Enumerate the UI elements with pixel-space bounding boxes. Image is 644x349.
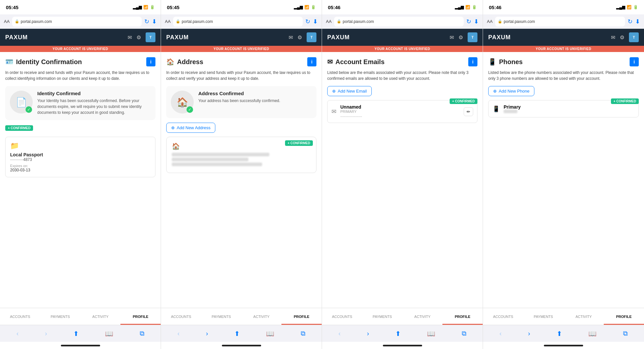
- download-btn-1[interactable]: ⬇: [152, 18, 157, 25]
- url-bar-4[interactable]: 🔒 portal.paxum.com: [495, 17, 625, 26]
- tab-accounts-1[interactable]: ACCOUNTS: [0, 308, 40, 325]
- tab-accounts-4[interactable]: ACCOUNTS: [483, 308, 523, 325]
- mail-icon-2[interactable]: ✉: [289, 34, 293, 41]
- back-btn-3[interactable]: ‹: [336, 328, 343, 339]
- bottom-tabs-2: ACCOUNTS PAYMENTS ACTIVITY PROFILE: [161, 308, 322, 325]
- add-phone-icon: ⊕: [493, 89, 497, 94]
- forward-btn-2[interactable]: ›: [204, 328, 210, 339]
- add-email-btn[interactable]: ⊕ Add New Email: [327, 86, 372, 96]
- tab-accounts-3[interactable]: ACCOUNTS: [322, 308, 362, 325]
- reload-btn-2[interactable]: ↻: [305, 18, 310, 25]
- download-btn-2[interactable]: ⬇: [313, 18, 318, 25]
- book-btn-2[interactable]: 📖: [264, 328, 276, 340]
- tab-activity-2[interactable]: ACTIVITY: [241, 308, 282, 325]
- settings-icon-1[interactable]: ⚙: [136, 34, 141, 41]
- aa-text-3: AA: [326, 19, 331, 24]
- info-btn-3[interactable]: i: [468, 57, 477, 66]
- info-btn-4[interactable]: i: [630, 57, 639, 66]
- tab-activity-1[interactable]: ACTIVITY: [80, 308, 121, 325]
- battery-icon-2: 🔋: [311, 5, 316, 9]
- tabs-btn-4[interactable]: ⧉: [621, 328, 630, 339]
- tab-payments-4[interactable]: PAYMENTS: [523, 308, 564, 325]
- tab-payments-1[interactable]: PAYMENTS: [40, 308, 80, 325]
- share-btn-3[interactable]: ⬆: [393, 328, 403, 340]
- back-btn-1[interactable]: ‹: [14, 328, 21, 339]
- title-row-4: 📱 Phones i: [488, 57, 639, 66]
- tab-activity-4[interactable]: ACTIVITY: [564, 308, 604, 325]
- page-content-identity: 🪪 Identity Confirmation i In order to re…: [0, 52, 161, 308]
- tab-accounts-2[interactable]: ACCOUNTS: [161, 308, 201, 325]
- phones-desc: Listed below are the phone numbers assoc…: [488, 70, 639, 81]
- identity-icon: 🪪: [5, 58, 13, 66]
- tabs-btn-3[interactable]: ⧉: [460, 328, 468, 339]
- mail-icon-3[interactable]: ✉: [450, 34, 454, 41]
- status-icons-2: ▂▄▆ 📶 🔋: [294, 5, 316, 9]
- confirmed-badge-4: + CONFIRMED: [611, 98, 639, 104]
- battery-icon-1: 🔋: [150, 5, 155, 9]
- email-edit-btn[interactable]: ✏: [464, 107, 473, 116]
- browser-nav-1: ‹ › ⬆ 📖 ⧉: [0, 325, 161, 342]
- book-btn-1[interactable]: 📖: [103, 328, 115, 340]
- address-bar-1: AA 🔒 portal.paxum.com ↻ ⬇: [0, 14, 161, 29]
- mail-icon-1[interactable]: ✉: [128, 34, 132, 41]
- doc-expiry: 2030-03-13: [10, 168, 151, 172]
- browser-nav-4: ‹ › ⬆ 📖 ⧉: [483, 325, 644, 342]
- settings-icon-2[interactable]: ⚙: [297, 34, 302, 41]
- reload-btn-4[interactable]: ↻: [628, 18, 633, 25]
- phone-card-wrap: + CONFIRMED 📱 Primary: [488, 100, 639, 117]
- lock-icon-1: 🔒: [15, 19, 19, 24]
- signal-icon-1: ▂▄▆: [133, 5, 142, 9]
- url-bar-2[interactable]: 🔒 portal.paxum.com: [173, 17, 303, 26]
- info-btn-2[interactable]: i: [307, 57, 316, 66]
- tabs-btn-1[interactable]: ⧉: [138, 328, 146, 339]
- tab-payments-3[interactable]: PAYMENTS: [362, 308, 402, 325]
- avatar-3[interactable]: T: [468, 32, 477, 42]
- book-btn-3[interactable]: 📖: [425, 328, 437, 340]
- url-bar-3[interactable]: 🔒 portal.paxum.com: [334, 17, 464, 26]
- book-btn-4[interactable]: 📖: [586, 328, 599, 340]
- page-title-emails: ✉ Account Emails: [327, 58, 385, 66]
- tab-profile-2[interactable]: PROFILE: [281, 308, 322, 325]
- address-bar-2: AA 🔒 portal.paxum.com ↻ ⬇: [161, 14, 322, 29]
- tab-profile-4[interactable]: PROFILE: [604, 308, 644, 325]
- forward-btn-4[interactable]: ›: [526, 328, 532, 339]
- share-btn-2[interactable]: ⬆: [232, 328, 242, 340]
- reload-btn-3[interactable]: ↻: [466, 18, 471, 25]
- back-btn-2[interactable]: ‹: [175, 328, 182, 339]
- forward-btn-3[interactable]: ›: [365, 328, 371, 339]
- confirmed-check-2: ✓: [187, 106, 193, 113]
- reload-btn-1[interactable]: ↻: [144, 18, 149, 25]
- url-bar-1[interactable]: 🔒 portal.paxum.com: [12, 17, 142, 26]
- avatar-1[interactable]: T: [146, 32, 155, 42]
- emails-desc: Listed below are the emails associated w…: [327, 70, 477, 81]
- home-bar-3: [383, 345, 422, 346]
- share-btn-1[interactable]: ⬆: [71, 328, 81, 340]
- phones-page-icon: 📱: [488, 58, 496, 66]
- download-btn-3[interactable]: ⬇: [474, 18, 479, 25]
- home-indicator-3: [322, 342, 483, 349]
- add-address-btn[interactable]: ⊕ Add New Address: [166, 123, 215, 133]
- tab-profile-1[interactable]: PROFILE: [120, 308, 161, 325]
- back-btn-4[interactable]: ‹: [497, 328, 504, 339]
- settings-icon-3[interactable]: ⚙: [458, 34, 463, 41]
- paxum-logo-2: PAXUM: [166, 34, 189, 41]
- address-confirmed-heading: Address Confirmed: [198, 91, 280, 96]
- tab-profile-3[interactable]: PROFILE: [442, 308, 483, 325]
- info-btn-1[interactable]: i: [146, 57, 155, 66]
- share-btn-4[interactable]: ⬆: [555, 328, 564, 340]
- tab-payments-2[interactable]: PAYMENTS: [201, 308, 241, 325]
- home-indicator-4: [483, 342, 644, 349]
- add-phone-btn[interactable]: ⊕ Add New Phone: [488, 86, 534, 96]
- aa-text-1: AA: [4, 19, 9, 24]
- avatar-4[interactable]: T: [629, 32, 639, 42]
- tabs-btn-2[interactable]: ⧉: [299, 328, 307, 339]
- download-btn-4[interactable]: ⬇: [635, 18, 640, 25]
- email-icon-1: ✉: [331, 108, 336, 115]
- forward-btn-1[interactable]: ›: [43, 328, 49, 339]
- tab-activity-3[interactable]: ACTIVITY: [402, 308, 443, 325]
- doc-title: Local Passport: [10, 152, 151, 157]
- mail-icon-4[interactable]: ✉: [611, 34, 615, 41]
- settings-icon-4[interactable]: ⚙: [620, 34, 624, 41]
- avatar-2[interactable]: T: [307, 32, 316, 42]
- address-icon-wrap: 🏠 ✓: [171, 91, 194, 113]
